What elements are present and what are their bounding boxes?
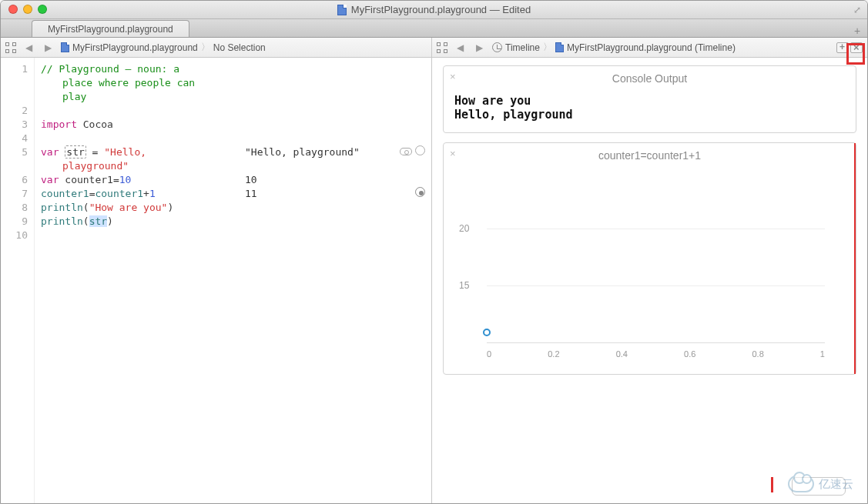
timeline-icon (492, 42, 502, 52)
breadcrumb-selection: No Selection (213, 42, 266, 53)
results-sidebar: "Hello, playground" 10 11 (239, 58, 431, 503)
cloud-icon (788, 476, 814, 492)
console-line: How are you (454, 94, 845, 108)
chart-area[interactable]: 15 20 0 0.2 0.4 0.6 0.8 1 (487, 174, 825, 359)
nav-back[interactable]: ◀ (454, 42, 467, 53)
line-gutter: 1 2 3 4 5 6 7 8 9 10 (1, 58, 35, 503)
breadcrumb-left[interactable]: MyFirstPlayground.playground 〉 No Select… (61, 41, 266, 54)
console-output-card: × Console Output How are you Hello, play… (443, 65, 856, 133)
nav-forward[interactable]: ▶ (473, 42, 486, 53)
timeline-pane: × Console Output How are you Hello, play… (432, 58, 867, 503)
chart-scrubber[interactable] (854, 143, 856, 374)
close-window[interactable] (8, 5, 18, 14)
timeline-playhead[interactable] (771, 477, 773, 492)
zoom-window[interactable] (38, 5, 47, 14)
value-history-icon[interactable] (415, 145, 425, 155)
x-ticks: 0 0.2 0.4 0.6 0.8 1 (487, 349, 825, 359)
file-icon (555, 42, 564, 52)
result-value: 11 (245, 187, 257, 201)
chevron-right-icon: 〉 (543, 41, 552, 54)
breadcrumb-timeline-file: MyFirstPlayground.playground (Timeline) (567, 42, 736, 53)
file-icon (61, 42, 69, 52)
editor-pane: 1 2 3 4 5 6 7 8 9 10 // Playground – nou… (1, 58, 432, 503)
console-line: Hello, playground (454, 108, 845, 122)
breadcrumb-right[interactable]: Timeline 〉 MyFirstPlayground.playground … (492, 41, 736, 54)
quicklook-icon[interactable] (400, 148, 412, 155)
nav-back[interactable]: ◀ (22, 42, 35, 53)
close-icon[interactable]: × (450, 71, 456, 82)
related-items-icon[interactable] (5, 42, 16, 53)
value-history-chart: × counter1=counter1+1 15 20 0 0.2 0.4 0.… (443, 142, 856, 375)
watermark: 亿速云 (788, 476, 853, 492)
y-tick: 20 (459, 223, 469, 234)
breadcrumb-timeline: Timeline (505, 42, 540, 53)
minimize-window[interactable] (23, 5, 32, 14)
fullscreen-icon[interactable]: ⤢ (853, 5, 861, 15)
jumpbar-left: ◀ ▶ MyFirstPlayground.playground 〉 No Se… (1, 38, 432, 58)
related-items-icon[interactable] (437, 42, 447, 53)
close-icon[interactable]: × (450, 148, 456, 159)
tab-label: MyFirstPlayground.playground (48, 24, 173, 35)
nav-forward[interactable]: ▶ (42, 42, 55, 53)
value-history-active-icon[interactable] (415, 187, 425, 197)
console-title: Console Output (444, 66, 856, 89)
titlebar: MyFirstPlayground.playground — Edited ⤢ (1, 1, 867, 19)
document-icon (337, 5, 347, 15)
result-value: "Hello, playground" (245, 145, 360, 159)
code-editor[interactable]: // Playground – noun: a place where peop… (35, 58, 239, 503)
chart-title: counter1=counter1+1 (444, 143, 856, 166)
tab-playground[interactable]: MyFirstPlayground.playground (32, 20, 189, 37)
window-controls (8, 5, 47, 14)
add-tab-button[interactable]: + (852, 25, 867, 37)
result-value: 10 (245, 173, 257, 187)
jumpbar-right: ◀ ▶ Timeline 〉 MyFirstPlayground.playgro… (432, 38, 867, 58)
annotation-highlight (846, 43, 865, 65)
tab-bar: MyFirstPlayground.playground + (1, 19, 867, 38)
y-tick: 15 (459, 280, 469, 291)
data-point[interactable] (483, 329, 491, 336)
window-title: MyFirstPlayground.playground — Edited (351, 4, 531, 15)
chevron-right-icon: 〉 (201, 41, 210, 54)
breadcrumb-file: MyFirstPlayground.playground (72, 42, 198, 53)
